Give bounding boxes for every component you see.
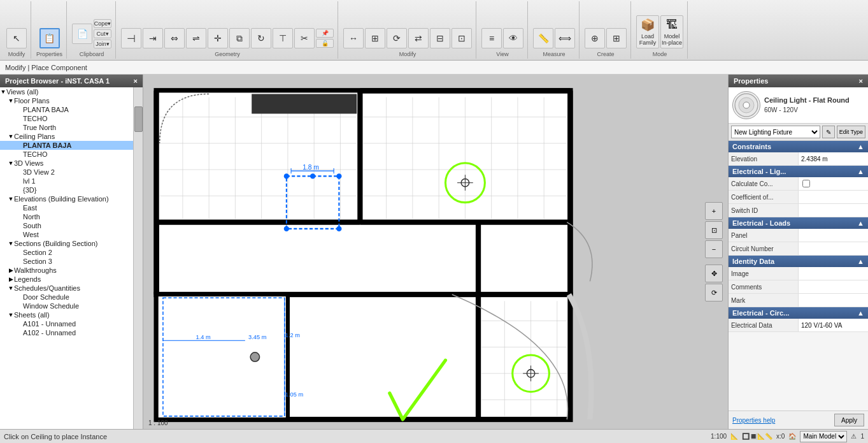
tree-item-true-north[interactable]: True North xyxy=(0,123,133,132)
move-button[interactable]: ✛ xyxy=(208,28,228,48)
tree-expander-sheets-all[interactable]: ▼ xyxy=(8,312,14,318)
pan-button[interactable]: ✥ xyxy=(705,265,723,282)
group-button[interactable]: ⊞ xyxy=(606,28,627,48)
canvas-area[interactable]: 1.8 m 1.4 m 3.45 m xyxy=(143,75,728,429)
tree-item-west[interactable]: West xyxy=(0,230,133,239)
tree-item-views-all[interactable]: ▼Views (all) xyxy=(0,87,133,96)
tree-item-floor-plans[interactable]: ▼Floor Plans xyxy=(0,96,133,105)
array-button[interactable]: ⊟ xyxy=(430,28,450,48)
project-browser-close-icon[interactable]: × xyxy=(134,77,138,85)
offset-button[interactable]: ⇥ xyxy=(143,28,163,48)
rotate2-button[interactable]: ⟳ xyxy=(387,28,407,48)
prop-section-header-identity-data[interactable]: Identity Data▲ xyxy=(729,256,868,267)
tree-item-lvl1[interactable]: lvl 1 xyxy=(0,177,133,185)
tree-item-a101[interactable]: A101 - Unnamed xyxy=(0,319,133,328)
prop-section-toggle-electrical-lig[interactable]: ▲ xyxy=(857,168,864,175)
pin-button[interactable]: 📌 xyxy=(316,29,334,38)
component-button[interactable]: ⊕ xyxy=(585,28,605,48)
prop-checkbox-calculate-co...[interactable] xyxy=(802,180,810,187)
tree-item-planta-baja[interactable]: PLANTA BAJA xyxy=(0,105,133,114)
tree-expander-legends[interactable]: ▶ xyxy=(8,276,14,282)
tree-expander-3d-views[interactable]: ▼ xyxy=(8,160,14,166)
tree-item-techo[interactable]: TECHO xyxy=(0,114,133,123)
split-button[interactable]: ✂ xyxy=(294,28,315,48)
prop-value[interactable] xyxy=(799,191,868,203)
tree-item-planta-baja-ceiling[interactable]: PLANTA BAJA xyxy=(0,141,133,150)
tree-item-3d-brace[interactable]: {3D} xyxy=(0,185,133,194)
join-button[interactable]: Join▾ xyxy=(94,40,111,48)
prop-section-toggle-identity-data[interactable]: ▲ xyxy=(857,258,864,265)
tree-item-techo-ceiling[interactable]: TECHO xyxy=(0,150,133,159)
copy-button[interactable]: ⧉ xyxy=(229,28,250,48)
mirror2-button[interactable]: ⇄ xyxy=(408,28,429,48)
prop-value[interactable] xyxy=(799,280,868,293)
tree-expander-walkthroughs[interactable]: ▶ xyxy=(8,267,14,273)
prop-value[interactable]: 2.4384 m xyxy=(799,152,868,165)
scale-button[interactable]: ⊡ xyxy=(452,28,472,48)
unpin-button[interactable]: 🔓 xyxy=(316,39,334,48)
tree-item-a102[interactable]: A102 - Unnamed xyxy=(0,328,133,337)
cope-button[interactable]: Cope▾ xyxy=(94,19,111,28)
orbit-button[interactable]: ⟳ xyxy=(705,284,723,301)
scrollbar-thumb[interactable] xyxy=(134,106,143,132)
prop-value[interactable] xyxy=(799,204,868,217)
tree-expander-views-all[interactable]: ▼ xyxy=(0,89,6,95)
tree-expander-sections[interactable]: ▼ xyxy=(8,240,14,247)
mirror-draw-button[interactable]: ⇌ xyxy=(186,28,206,48)
prop-section-header-electrical-lig[interactable]: Electrical - Lig...▲ xyxy=(729,166,868,177)
prop-value[interactable] xyxy=(799,242,868,255)
tree-item-walkthroughs[interactable]: ▶Walkthroughs xyxy=(0,266,133,275)
tree-item-east[interactable]: East xyxy=(0,203,133,212)
tree-expander-floor-plans[interactable]: ▼ xyxy=(8,98,14,104)
view-selector[interactable]: Main Model xyxy=(800,431,847,442)
cut-button[interactable]: Cut▾ xyxy=(94,29,111,38)
show-hidden-button[interactable]: 👁 xyxy=(503,28,523,48)
rotate-button[interactable]: ↻ xyxy=(251,28,271,48)
fixture-type-dropdown[interactable]: New Lighting Fixture xyxy=(731,126,820,138)
prop-section-toggle-electrical-loads[interactable]: ▲ xyxy=(857,219,864,227)
apply-button[interactable]: Apply xyxy=(834,414,864,426)
tree-expander-ceiling-plans[interactable]: ▼ xyxy=(8,133,14,140)
tree-item-legends[interactable]: ▶Legends xyxy=(0,275,133,284)
tree-item-door-schedule[interactable]: Door Schedule xyxy=(0,293,133,301)
zoom-in-button[interactable]: + xyxy=(705,202,723,220)
prop-value[interactable] xyxy=(799,294,868,307)
tree-item-section2[interactable]: Section 2 xyxy=(0,248,133,257)
select-tool-button[interactable]: ↖ xyxy=(6,28,27,48)
measure-button[interactable]: 📏 xyxy=(533,28,553,48)
properties-button[interactable]: 📋 xyxy=(39,28,60,48)
dimension-button[interactable]: ⟺ xyxy=(555,28,575,48)
prop-section-header-constraints[interactable]: Constraints▲ xyxy=(729,141,868,152)
model-in-place-button[interactable]: 🏗 Model In-place xyxy=(660,15,683,48)
tree-item-sections[interactable]: ▼Sections (Building Section) xyxy=(0,239,133,248)
tree-item-ceiling-plans[interactable]: ▼Ceiling Plans xyxy=(0,132,133,141)
prop-section-header-electrical-loads[interactable]: Electrical - Loads▲ xyxy=(729,217,868,229)
project-browser-scrollbar[interactable] xyxy=(133,87,143,429)
tree-expander-schedules[interactable]: ▼ xyxy=(8,285,14,291)
prop-value[interactable]: 120 V/1-60 VA xyxy=(799,319,868,331)
prop-section-toggle-constraints[interactable]: ▲ xyxy=(857,143,864,150)
tree-item-window-schedule[interactable]: Window Schedule xyxy=(0,301,133,310)
align-button[interactable]: ⊣ xyxy=(121,28,141,48)
trim-button[interactable]: ⊤ xyxy=(273,28,293,48)
edit-type-button[interactable]: Edit Type xyxy=(837,126,865,138)
tree-item-sheets-all[interactable]: ▼Sheets (all) xyxy=(0,310,133,319)
properties-help-link[interactable]: Properties help xyxy=(732,417,775,424)
tree-item-north[interactable]: North xyxy=(0,212,133,221)
tree-item-3d-view-2[interactable]: 3D View 2 xyxy=(0,168,133,177)
properties-close-icon[interactable]: × xyxy=(859,77,863,85)
tree-item-section3[interactable]: Section 3 xyxy=(0,257,133,266)
prop-value[interactable] xyxy=(799,229,868,242)
tree-expander-elevations[interactable]: ▼ xyxy=(8,196,14,202)
thin-lines-button[interactable]: ≡ xyxy=(481,28,502,48)
zoom-extent-button[interactable]: ⊡ xyxy=(705,221,723,239)
tree-item-south[interactable]: South xyxy=(0,221,133,230)
prop-value[interactable] xyxy=(799,267,868,280)
mirror-pick-button[interactable]: ⇔ xyxy=(164,28,185,48)
move2-button[interactable]: ↔ xyxy=(343,28,364,48)
prop-section-toggle-electrical-circ[interactable]: ▲ xyxy=(857,309,864,317)
tree-item-elevations[interactable]: ▼Elevations (Building Elevation) xyxy=(0,194,133,203)
paste-button[interactable]: 📄 xyxy=(72,24,92,44)
tree-item-schedules[interactable]: ▼Schedules/Quantities xyxy=(0,284,133,293)
prop-section-header-electrical-circ[interactable]: Electrical - Circ...▲ xyxy=(729,307,868,319)
